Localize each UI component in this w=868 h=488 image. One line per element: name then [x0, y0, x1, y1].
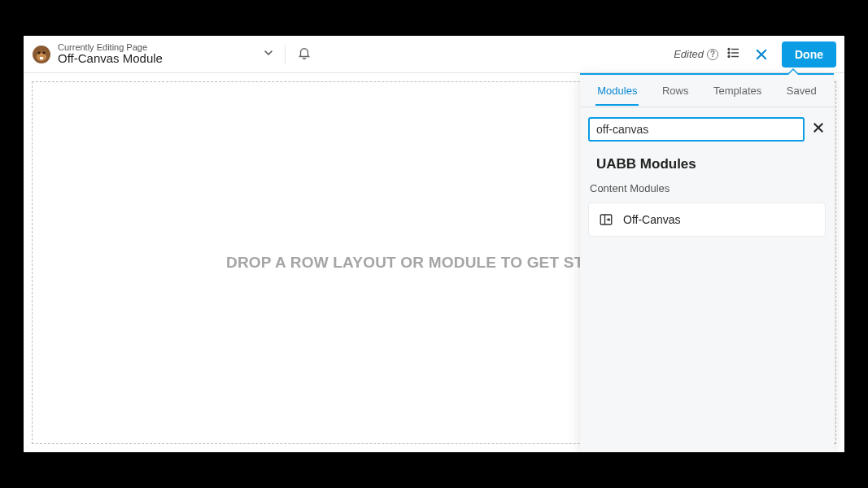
- content-panel: Modules Rows Templates Saved UABB Module…: [580, 73, 834, 452]
- module-label: Off-Canvas: [623, 213, 681, 226]
- svg-point-11: [728, 55, 730, 57]
- panel-tabs: Modules Rows Templates Saved: [580, 75, 834, 107]
- help-icon: ?: [707, 49, 718, 60]
- edited-status[interactable]: Edited ?: [674, 48, 718, 60]
- outline-icon[interactable]: [726, 46, 741, 63]
- close-panel-icon[interactable]: [749, 42, 774, 67]
- tab-modules[interactable]: Modules: [594, 76, 640, 105]
- divider: [285, 45, 286, 64]
- tab-rows[interactable]: Rows: [659, 76, 692, 105]
- edited-label: Edited: [674, 48, 704, 60]
- svg-point-3: [43, 51, 46, 54]
- page-title-block[interactable]: Currently Editing Page Off-Canvas Module: [58, 42, 163, 66]
- svg-point-2: [38, 51, 41, 54]
- module-sub-heading: Content Modules: [580, 177, 834, 203]
- editor-window: Currently Editing Page Off-Canvas Module…: [24, 36, 844, 452]
- page-title: Off-Canvas Module: [58, 52, 163, 66]
- clear-search-icon[interactable]: [811, 120, 826, 138]
- search-input[interactable]: [588, 117, 805, 142]
- module-off-canvas[interactable]: Off-Canvas: [588, 203, 826, 237]
- module-group-heading: UABB Modules: [580, 148, 834, 177]
- svg-point-9: [728, 52, 730, 54]
- svg-point-7: [728, 48, 730, 50]
- notifications-icon[interactable]: [294, 42, 315, 67]
- beaver-logo-icon: [32, 45, 51, 64]
- topbar: Currently Editing Page Off-Canvas Module…: [24, 36, 844, 73]
- svg-rect-4: [40, 57, 43, 59]
- chevron-down-icon[interactable]: [260, 45, 277, 63]
- search-row: [580, 107, 834, 148]
- off-canvas-icon: [599, 212, 613, 227]
- tab-saved[interactable]: Saved: [783, 76, 820, 105]
- done-button[interactable]: Done: [782, 41, 836, 68]
- svg-point-6: [43, 47, 48, 50]
- tab-templates[interactable]: Templates: [710, 76, 765, 105]
- svg-point-5: [35, 47, 40, 50]
